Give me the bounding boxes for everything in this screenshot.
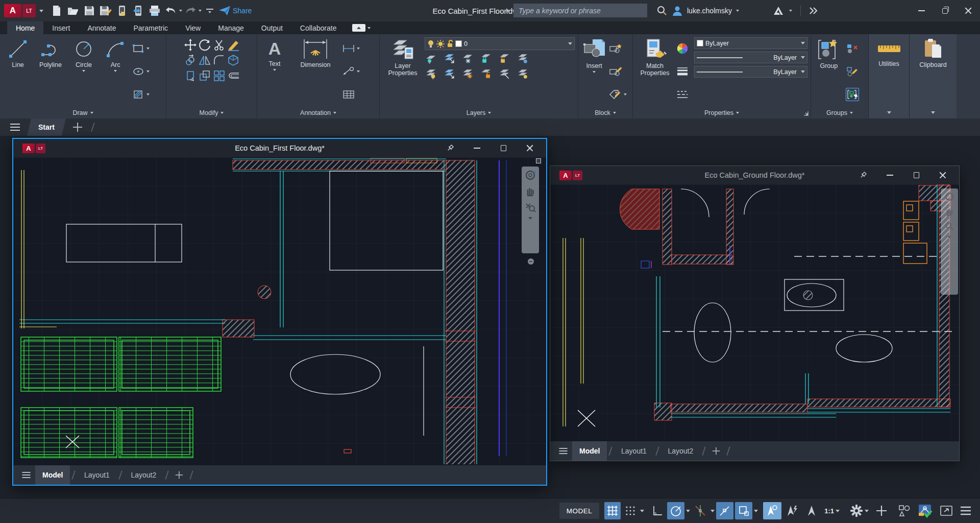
new-file-button[interactable] [49, 3, 64, 18]
tab-home[interactable]: Home [7, 21, 43, 34]
properties-dialog-launcher-icon[interactable] [803, 111, 808, 116]
move-tool-button[interactable] [184, 38, 197, 52]
clipboard-button[interactable]: Clipboard [914, 36, 952, 107]
stretch-tool-button[interactable] [184, 69, 197, 82]
erase-tool-button[interactable] [227, 38, 240, 52]
app-menu-button[interactable]: A LT [4, 4, 43, 17]
insert-flyout-icon[interactable] [593, 71, 596, 73]
first-floor-tab-model[interactable]: Model [35, 465, 70, 485]
layer-walk-button[interactable] [517, 52, 530, 65]
layer-delete-button[interactable] [517, 67, 530, 81]
undo-button[interactable] [163, 3, 179, 18]
tab-parametric[interactable]: Parametric [125, 21, 177, 34]
pan-hand-icon[interactable] [525, 185, 536, 197]
first-floor-layout-menu-icon[interactable] [22, 474, 30, 476]
utilities-panel-label[interactable] [869, 107, 909, 118]
layer-thaw-all-button[interactable] [461, 67, 475, 81]
group-edit-button[interactable] [846, 65, 859, 78]
grid-toggle[interactable] [604, 502, 621, 519]
layer-freeze-button[interactable] [461, 52, 475, 65]
first-floor-navigation-bar[interactable]: 2D [522, 167, 539, 253]
first-floor-minimize-button[interactable] [463, 139, 490, 157]
annotation-monitor-toggle[interactable] [873, 502, 890, 519]
linear-dimension-button[interactable] [342, 42, 355, 55]
attributes-flyout-icon[interactable] [624, 93, 627, 96]
ground-floor-new-layout-button[interactable] [713, 447, 720, 455]
object-snap-tracking-toggle[interactable] [716, 502, 733, 519]
layer-selector-combo[interactable]: 0 [425, 37, 575, 50]
tab-insert[interactable]: Insert [43, 21, 79, 34]
share-button[interactable]: Share [218, 3, 252, 18]
pan-hand-icon[interactable] [944, 206, 954, 217]
search-input[interactable] [513, 4, 647, 17]
search-expand-icon[interactable] [506, 8, 509, 13]
zoom-icon[interactable] [525, 201, 536, 212]
linetype-button[interactable] [676, 88, 689, 101]
groups-panel-label[interactable]: Groups [811, 107, 868, 118]
model-space-button[interactable]: MODEL [559, 503, 600, 519]
tab-output[interactable]: Output [253, 21, 291, 34]
rectangle-flyout-icon[interactable] [146, 47, 150, 50]
redo-button[interactable] [183, 3, 198, 18]
graphics-performance-button[interactable] [915, 502, 936, 519]
lineweight-combo[interactable]: ByLayer [694, 52, 807, 63]
polar-tracking-toggle[interactable] [667, 502, 684, 519]
leader-button[interactable] [342, 65, 355, 78]
lineweight-button[interactable] [676, 65, 689, 78]
copy-tool-button[interactable] [184, 54, 197, 67]
fillet-tool-button[interactable] [212, 54, 226, 67]
save-to-web-mobile-button[interactable] [114, 3, 130, 18]
navigation-wheel-icon[interactable] [944, 192, 954, 202]
clean-screen-button[interactable] [937, 502, 955, 519]
layer-merge-button[interactable] [498, 67, 511, 81]
linetype-combo[interactable]: ByLayer [694, 66, 807, 78]
navigation-wheel-icon[interactable]: 2D [525, 170, 536, 181]
leader-flyout-icon[interactable] [357, 70, 360, 73]
circle-tool-button[interactable]: Circle [68, 36, 99, 107]
polar-flyout-icon[interactable] [686, 510, 690, 512]
text-tool-button[interactable]: A Text [260, 36, 289, 107]
tab-annotate[interactable]: Annotate [79, 21, 125, 34]
tab-view[interactable]: View [177, 21, 209, 34]
modify-panel-label[interactable]: Modify [166, 107, 257, 118]
start-tab[interactable]: Start [27, 118, 66, 136]
open-from-web-mobile-button[interactable] [131, 3, 146, 18]
ground-floor-tab-layout2[interactable]: Layout2 [660, 441, 700, 461]
user-menu-chevron-icon[interactable] [736, 10, 739, 12]
draw-panel-label[interactable]: Draw [0, 107, 166, 118]
quick-properties-toggle[interactable] [783, 502, 801, 519]
layer-on-off-button[interactable] [425, 67, 438, 81]
overflow-chevrons-icon[interactable] [809, 7, 818, 14]
ungroup-button[interactable] [846, 42, 859, 55]
arc-flyout-icon[interactable] [114, 70, 117, 72]
isodraft-toggle[interactable] [692, 502, 709, 519]
rectangle-tool-button[interactable] [132, 42, 145, 55]
tab-collaborate[interactable]: Collaborate [291, 21, 346, 34]
ground-floor-titlebar[interactable]: Eco Cabin_Ground Floor.dwg* ALT [550, 166, 959, 184]
file-tabs-menu-icon[interactable] [10, 127, 20, 128]
selection-cycling-toggle[interactable] [763, 502, 781, 519]
new-drawing-tab-button[interactable] [73, 123, 82, 132]
osnap-flyout-icon[interactable] [754, 510, 758, 512]
layer-unlock-row-button[interactable] [498, 52, 511, 65]
layer-properties-button[interactable]: Layer Properties [383, 36, 423, 107]
layer-unisolate-button[interactable] [443, 52, 456, 65]
layer-lock-fade-button[interactable] [480, 67, 493, 81]
ground-floor-navigation-bar[interactable] [941, 188, 958, 295]
first-floor-canvas[interactable]: 2D [13, 157, 546, 465]
ortho-toggle[interactable] [649, 502, 666, 519]
layers-panel-label[interactable]: Layers [380, 107, 578, 118]
ellipse-tool-button[interactable] [132, 65, 145, 78]
customization-button[interactable] [957, 502, 974, 519]
save-button[interactable] [82, 3, 97, 18]
plot-button[interactable] [147, 3, 162, 18]
mirror-tool-button[interactable] [198, 54, 211, 67]
explode-tool-button[interactable] [227, 54, 240, 67]
layer-isolate-button[interactable] [425, 52, 438, 65]
app-close-button[interactable] [957, 0, 980, 21]
app-minimize-button[interactable] [910, 0, 933, 21]
isodraft-flyout-icon[interactable] [710, 510, 715, 512]
first-floor-tab-layout2[interactable]: Layout2 [124, 465, 163, 485]
first-floor-new-layout-button[interactable] [176, 471, 183, 479]
redo-history-chevron-icon[interactable] [199, 10, 202, 12]
